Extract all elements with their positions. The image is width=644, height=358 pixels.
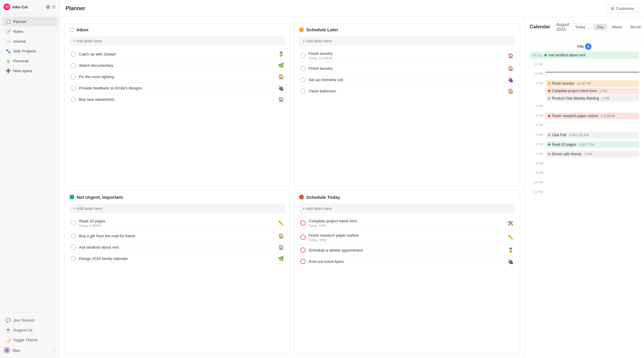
task-checkbox[interactable]	[71, 63, 76, 68]
task-checkbox[interactable]	[71, 256, 76, 261]
sidebar-label-notes: Notes	[13, 29, 23, 34]
sidebar-icon-journal: ☁️	[5, 38, 11, 44]
sidebar-label-side-projects: Side Projects	[13, 49, 36, 53]
all-day-event-title: Ask landlord about rent	[549, 53, 585, 57]
task-checkbox[interactable]	[300, 259, 306, 264]
more-icon[interactable]: ···	[52, 348, 56, 353]
task-icon: 🏠	[508, 53, 514, 58]
cal-events-col: Read 20 pages 5:30-7 PM	[546, 141, 639, 149]
bottom-label-join-discord: Join Discord	[13, 318, 35, 323]
panel-title-inbox: Inbox	[77, 27, 89, 32]
task-title: Set up interview call	[309, 78, 505, 82]
add-task-button-not-urgent-important[interactable]: + Add tasks here	[69, 204, 285, 213]
cal-time-row: 10 PM	[530, 179, 639, 188]
task-item: Set up interview call 🍇	[299, 74, 515, 86]
task-subtitle: Today, 5:30PM	[79, 224, 275, 227]
tab-month[interactable]: Month	[627, 24, 644, 30]
task-item: Complete project intent form Today, 1PM …	[299, 216, 515, 230]
cal-events-col	[546, 71, 639, 74]
user-profile[interactable]: G Guo ···	[0, 345, 59, 356]
cal-event[interactable]: Finish laundry 12:30 PM	[546, 80, 639, 87]
cal-event-time: 4:30-5:30 PM	[569, 133, 589, 137]
customize-button[interactable]: ⊞ Customize	[607, 4, 638, 13]
tab-week[interactable]: Week	[609, 24, 626, 30]
task-title: Complete project intent form	[309, 219, 505, 223]
add-task-button-schedule-later[interactable]: + Add tasks here	[299, 36, 515, 46]
settings-icon[interactable]: ⚙️	[45, 4, 50, 9]
main-content: Planner ⊞ Customize Inbox + Add tasks he…	[60, 0, 644, 358]
cal-event[interactable]: Complete project intent form 1 PM	[546, 88, 639, 94]
sidebar-item-journal[interactable]: ☁️Journal	[2, 36, 58, 46]
sidebar-bottom-toggle-theme[interactable]: 🌙Toggle Theme	[2, 335, 58, 345]
sidebar-item-notes[interactable]: 📝Notes	[2, 27, 58, 36]
task-item: Clean bathroom 🏠	[299, 86, 515, 97]
task-title: Ask landlord about rent	[79, 245, 275, 249]
layout-icon[interactable]: ⊞	[52, 4, 56, 9]
panel-schedule-today: Schedule Today + Add tasks here Complete…	[294, 190, 520, 354]
task-subtitle: Today, 12:30PM	[309, 56, 505, 60]
task-icon: 🍇	[278, 85, 284, 91]
cal-time-row: 4 PM	[530, 122, 639, 131]
cal-event-time: 1 PM	[602, 97, 609, 100]
task-item: Buy a gift from the mall for friend 🏠	[69, 230, 285, 242]
task-icon: 🏅	[508, 247, 514, 253]
task-checkbox[interactable]	[71, 220, 76, 226]
cal-event-dot	[548, 115, 550, 117]
task-text: Buy new sweatshirts	[79, 97, 275, 102]
sidebar-bottom-support-us[interactable]: ☕Support Us	[2, 325, 58, 335]
task-checkbox[interactable]	[300, 77, 306, 83]
panel-inbox: Inbox + Add tasks here Catch up with Jos…	[64, 22, 290, 186]
cal-event-dot	[548, 97, 550, 100]
task-checkbox[interactable]	[300, 235, 306, 240]
planner-content: Inbox + Add tasks here Catch up with Jos…	[60, 17, 644, 358]
cal-time-row: 7 PM Dinner with friends 7 PM	[530, 151, 639, 160]
sidebar-item-personal[interactable]: 🍵Personal	[2, 56, 58, 66]
task-checkbox[interactable]	[300, 66, 306, 71]
task-checkbox[interactable]	[71, 52, 76, 57]
task-checkbox[interactable]	[300, 220, 306, 226]
cal-time-label: 3 PM	[530, 113, 543, 117]
sidebar-item-planner[interactable]: 📋Planner	[2, 17, 58, 26]
task-icon: ✏️	[508, 235, 514, 240]
cal-all-day-event[interactable]: All day Ask landlord about rent	[530, 52, 639, 59]
task-item: Watch documentary 🌿	[69, 60, 285, 71]
task-checkbox[interactable]	[71, 74, 76, 80]
cal-events-col: Club Fair 4:30-5:30 PM	[546, 132, 639, 139]
task-checkbox[interactable]	[71, 233, 76, 238]
cal-event-title: Finish research paper outline	[552, 114, 598, 118]
today-button[interactable]: Today	[572, 24, 589, 30]
app-title: Inko Cat	[13, 5, 43, 9]
sidebar-item-new-space[interactable]: ➕New space	[2, 66, 58, 75]
task-checkbox[interactable]	[71, 86, 76, 91]
sidebar-icon-personal: 🍵	[5, 58, 11, 63]
cal-event[interactable]: Club Fair 4:30-5:30 PM	[546, 132, 639, 138]
task-text: Read 20 pages Today, 5:30PM	[79, 219, 275, 227]
task-checkbox[interactable]	[71, 244, 76, 250]
add-task-button-inbox[interactable]: + Add tasks here	[69, 36, 285, 46]
sidebar-item-side-projects[interactable]: 🐾Side Projects	[2, 46, 58, 56]
task-checkbox[interactable]	[300, 247, 306, 253]
sidebar-nav: 📋Planner📝Notes☁️Journal🐾Side Projects🍵Pe…	[0, 14, 59, 312]
task-icon: 🏠	[278, 244, 284, 250]
cal-event[interactable]: Finish research paper outline 3-4:30PM	[546, 113, 639, 119]
sidebar-bottom-join-discord[interactable]: 💬Join Discord	[2, 315, 58, 325]
task-checkbox[interactable]	[71, 97, 76, 102]
cal-event-title: Product Club Weekly Meeting	[552, 96, 599, 100]
task-item: Print out event flyers 🍇	[299, 256, 515, 267]
add-task-button-schedule-today[interactable]: + Add tasks here	[299, 204, 515, 213]
bottom-label-support-us: Support Us	[13, 328, 32, 332]
cal-event-dot	[548, 82, 550, 85]
cal-event[interactable]: Product Club Weekly Meeting 1 PM	[546, 95, 639, 102]
tab-day[interactable]: Day	[593, 24, 607, 30]
task-checkbox[interactable]	[300, 89, 306, 94]
cal-time-label: 5 PM	[530, 132, 543, 137]
task-text: Set up interview call	[309, 78, 505, 82]
cal-event[interactable]: Read 20 pages 5:30-7 PM	[546, 141, 639, 148]
task-text: Schedule a dentist appointment	[309, 248, 505, 252]
cal-time-label: 11 AM	[530, 61, 543, 66]
panel-header-schedule-today: Schedule Today	[299, 195, 515, 200]
cal-time-row: 6 PM Read 20 pages 5:30-7 PM	[530, 141, 639, 150]
cal-event-title: Club Fair	[552, 133, 566, 137]
cal-event[interactable]: Dinner with friends 7 PM	[546, 151, 639, 157]
task-checkbox[interactable]	[300, 53, 306, 58]
